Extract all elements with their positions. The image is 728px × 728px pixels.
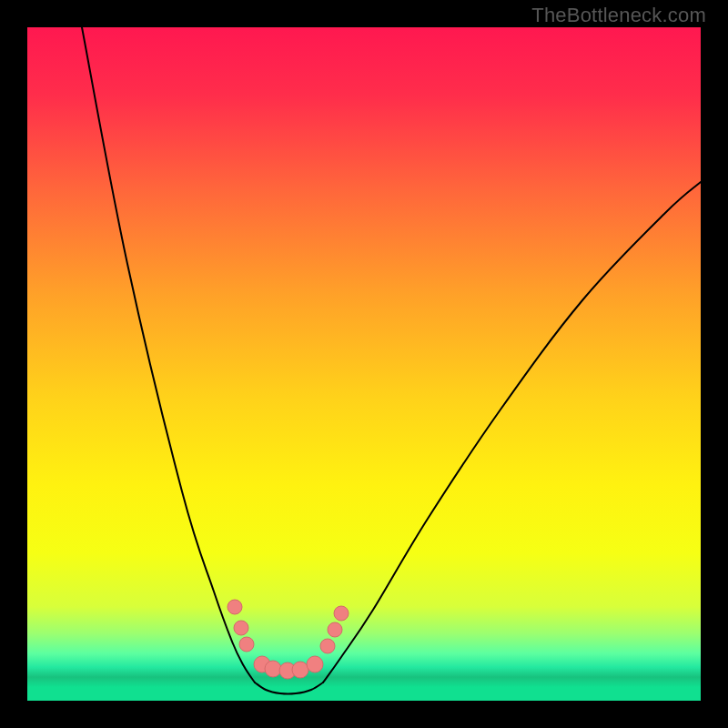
data-marker	[265, 661, 281, 677]
watermark-text: TheBottleneck.com	[531, 4, 706, 27]
curve-left-arm	[82, 27, 255, 682]
data-marker	[307, 656, 323, 672]
data-marker	[239, 637, 254, 652]
plot-area	[27, 27, 701, 701]
curve-right-arm	[323, 182, 701, 682]
data-marker	[334, 606, 349, 621]
curve-valley-floor	[255, 682, 323, 694]
data-marker	[328, 622, 342, 637]
data-marker	[228, 600, 242, 614]
chart-svg	[27, 27, 701, 701]
data-marker	[292, 662, 308, 678]
chart-container: TheBottleneck.com	[0, 0, 728, 728]
data-marker	[234, 621, 248, 635]
data-marker	[320, 639, 335, 653]
